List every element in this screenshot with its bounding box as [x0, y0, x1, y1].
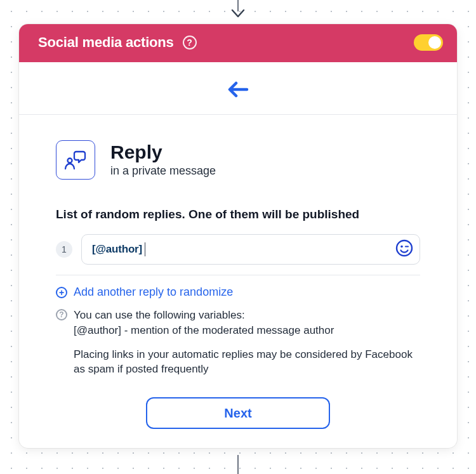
reply-row: 1 [@author]: [56, 234, 420, 265]
plus-circle-icon: +: [56, 287, 67, 298]
help-text-body: You can use the following variables: [@a…: [74, 308, 420, 377]
help-question-icon: ?: [56, 309, 67, 320]
help-line-1: You can use the following variables:: [74, 309, 245, 321]
add-reply-label: Add another reply to randomize: [74, 286, 233, 299]
reply-private-icon: [63, 149, 88, 171]
reply-subtitle: in a private message: [110, 164, 216, 178]
reply-input-value: [@author]: [92, 243, 142, 256]
text-cursor: [145, 242, 145, 256]
add-reply-button[interactable]: + Add another reply to randomize: [56, 286, 420, 299]
section-heading: List of random replies. One of them will…: [56, 207, 420, 221]
reply-icon-box: [56, 140, 95, 180]
svg-point-1: [397, 240, 412, 256]
help-line-2: [@author] - mention of the moderated mes…: [74, 324, 334, 336]
reply-header: Reply in a private message: [56, 140, 420, 180]
emoji-wink-icon: [395, 239, 413, 257]
enable-toggle[interactable]: [414, 34, 443, 51]
help-icon[interactable]: ?: [183, 36, 197, 49]
divider: [56, 275, 420, 275]
svg-point-0: [68, 159, 72, 163]
reply-titles: Reply in a private message: [110, 142, 216, 178]
back-row: [19, 62, 457, 115]
reply-title: Reply: [110, 142, 216, 162]
arrow-down-icon: [231, 9, 245, 19]
action-card: Social media actions ? Reply in a privat…: [19, 24, 457, 448]
connector-bottom: [237, 455, 239, 474]
card-title: Social media actions: [38, 34, 174, 51]
connector-top: [231, 0, 245, 19]
card-header: Social media actions ?: [19, 24, 457, 62]
emoji-picker-button[interactable]: [395, 239, 413, 260]
help-line-3: Placing links in your automatic replies …: [74, 347, 420, 378]
next-wrap: Next: [56, 397, 420, 429]
arrow-left-icon[interactable]: [227, 81, 249, 98]
reply-input[interactable]: [@author]: [81, 234, 420, 265]
toggle-knob: [428, 36, 441, 49]
card-body: Reply in a private message List of rando…: [19, 115, 457, 448]
help-text: ? You can use the following variables: […: [56, 308, 420, 377]
reply-index-badge: 1: [56, 241, 72, 258]
svg-point-2: [400, 246, 403, 248]
next-button[interactable]: Next: [146, 397, 330, 429]
